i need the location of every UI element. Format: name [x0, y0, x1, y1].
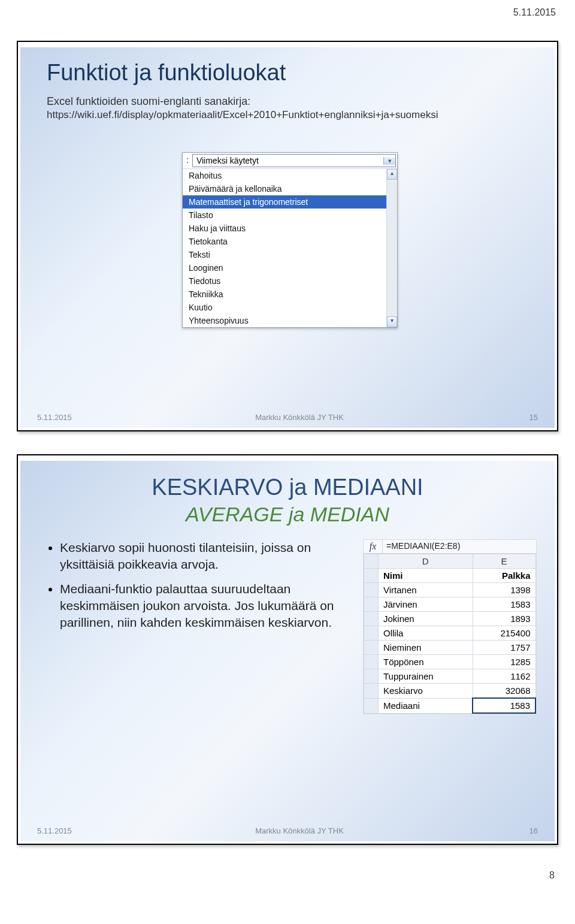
chevron-down-icon[interactable]: ▾ [383, 157, 395, 165]
combobox-option[interactable]: Teksti [183, 248, 397, 261]
footer-date: 5.11.2015 [20, 826, 92, 835]
scroll-down-icon[interactable]: ▾ [387, 316, 397, 327]
slide-2: KESKIARVO ja MEDIAANI AVERAGE ja MEDIAN … [20, 458, 555, 841]
header-palkka: Palkka [473, 569, 535, 583]
slide1-title: Funktiot ja funktioluokat [20, 44, 555, 89]
table-row: Virtanen1398 [364, 583, 536, 597]
row-spacer [364, 626, 379, 641]
combobox-option[interactable]: Looginen [183, 261, 397, 274]
combobox-value: Viimeksi käytetyt [193, 155, 262, 167]
fx-icon[interactable]: fx [364, 540, 383, 553]
slide-1-frame: Funktiot ja funktioluokat Excel funktioi… [17, 41, 558, 431]
combobox-option[interactable]: Kuutio [183, 301, 397, 314]
row-spacer [364, 641, 379, 655]
combobox-header[interactable]: : Viimeksi käytetyt ▾ [183, 153, 397, 168]
data-table: D E Nimi Palkka Virtanen1398Järvinen1583… [364, 554, 536, 714]
table-row: Tuppurainen1162 [364, 669, 536, 684]
row-spacer [364, 669, 379, 684]
cell-name: Virtanen [379, 583, 473, 597]
table-row: Jokinen1893 [364, 612, 536, 626]
combobox-option[interactable]: Rahoitus [183, 169, 397, 182]
combobox-label: : [183, 153, 192, 168]
combobox-option[interactable]: Tiedotus [183, 274, 397, 288]
slide1-link: https://wiki.uef.fi/display/opkmateriaal… [20, 108, 555, 121]
footer-author: Markku Könkkölä JY THK [92, 413, 507, 422]
slide2-title-sub: AVERAGE ja MEDIAN [20, 503, 555, 526]
slide2-title-main: KESKIARVO ja MEDIAANI [152, 475, 423, 500]
row-spacer [364, 569, 379, 583]
category-combobox[interactable]: : Viimeksi käytetyt ▾ ▴ ▾ RahoitusPäiväm… [182, 152, 398, 328]
cell-value: 1757 [473, 641, 535, 655]
header-nimi: Nimi [379, 569, 473, 583]
cell-name: Ollila [379, 626, 473, 641]
cell-value: 1583 [473, 597, 535, 612]
cell-value: 1162 [473, 669, 535, 684]
page-header-date: 5.11.2015 [0, 0, 575, 23]
table-row: Töppönen1285 [364, 655, 536, 669]
row-spacer [364, 655, 379, 669]
slide-2-frame: KESKIARVO ja MEDIAANI AVERAGE ja MEDIAN … [17, 454, 558, 845]
table-row: Keskiarvo32068 [364, 684, 536, 699]
combobox-option[interactable]: Tietokanta [183, 235, 397, 248]
row-spacer [364, 612, 379, 626]
cell-value: 1583 [473, 698, 535, 713]
cell-name: Jokinen [379, 612, 473, 626]
combobox-option[interactable]: Tekniikka [183, 288, 397, 301]
slide2-footer: 5.11.2015 Markku Könkkölä JY THK 16 [20, 826, 555, 835]
combobox-option[interactable]: Haku ja viittaus [183, 222, 397, 235]
cell-value: 215400 [473, 626, 535, 641]
slide2-title: KESKIARVO ja MEDIAANI AVERAGE ja MEDIAN [20, 458, 555, 526]
table-row: Mediaani1583 [364, 698, 536, 713]
footer-slide-number: 16 [507, 826, 555, 835]
footer-date: 5.11.2015 [20, 413, 92, 422]
cell-name: Keskiarvo [379, 684, 473, 699]
footer-author: Markku Könkkölä JY THK [92, 826, 507, 835]
slide1-subtitle: Excel funktioiden suomi-englanti sanakir… [20, 89, 555, 108]
row-spacer [364, 698, 379, 713]
footer-slide-number: 15 [507, 413, 555, 422]
col-letter-d: D [379, 554, 473, 569]
excel-snippet: fx =MEDIAANI(E2:E8) D E Nimi Palkka [363, 539, 537, 714]
cell-name: Töppönen [379, 655, 473, 669]
cell-name: Mediaani [379, 698, 473, 713]
page-number: 8 [0, 868, 575, 888]
scrollbar[interactable]: ▴ ▾ [386, 169, 397, 327]
cell-name: Nieminen [379, 641, 473, 655]
formula-bar[interactable]: fx =MEDIAANI(E2:E8) [364, 540, 536, 554]
cell-value: 1893 [473, 612, 535, 626]
combobox-option[interactable]: Päivämäärä ja kellonaika [183, 182, 397, 195]
cell-name: Järvinen [379, 597, 473, 612]
row-spacer [364, 597, 379, 612]
cell-value: 1285 [473, 655, 535, 669]
scroll-up-icon[interactable]: ▴ [387, 169, 397, 180]
bullet-item: Keskiarvo sopii huonosti tilanteisiin, j… [60, 539, 345, 573]
cell-name: Tuppurainen [379, 669, 473, 684]
row-spacer [364, 583, 379, 597]
row-spacer [364, 684, 379, 699]
slide2-bullets: Keskiarvo sopii huonosti tilanteisiin, j… [49, 539, 345, 714]
corner-cell [364, 554, 379, 569]
table-row: Nieminen1757 [364, 641, 536, 655]
combobox-option[interactable]: Tilasto [183, 209, 397, 222]
combobox-option[interactable]: Matemaattiset ja trigonometriset [183, 195, 397, 209]
formula-text[interactable]: =MEDIAANI(E2:E8) [383, 540, 536, 553]
slide-1: Funktiot ja funktioluokat Excel funktioi… [20, 44, 555, 428]
bullet-item: Mediaani-funktio palauttaa suuruudeltaan… [60, 581, 345, 632]
slide1-footer: 5.11.2015 Markku Könkkölä JY THK 15 [20, 413, 555, 422]
cell-value: 32068 [473, 684, 535, 699]
combobox-option[interactable]: Yhteensopivuus [183, 314, 397, 327]
table-row: Järvinen1583 [364, 597, 536, 612]
cell-value: 1398 [473, 583, 535, 597]
table-row: Ollila215400 [364, 626, 536, 641]
col-letter-e: E [473, 554, 535, 569]
combobox-list[interactable]: ▴ ▾ RahoitusPäivämäärä ja kellonaikaMate… [183, 168, 397, 327]
